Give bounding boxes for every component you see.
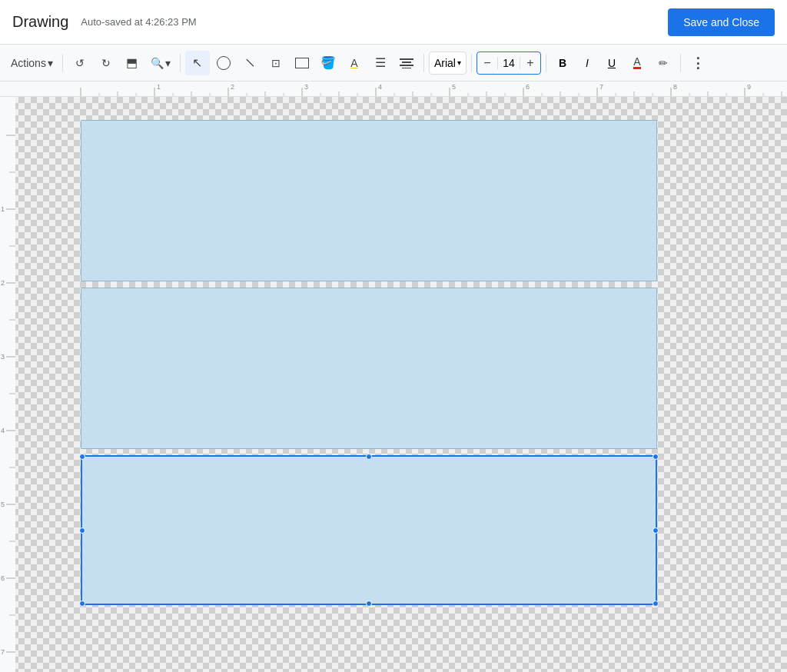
svg-text:4: 4 xyxy=(1,427,5,434)
font-color-button[interactable]: A xyxy=(625,51,649,75)
divider-4 xyxy=(471,54,472,72)
highlight-button[interactable]: A xyxy=(342,51,367,75)
arrange-button[interactable]: ⬒ xyxy=(120,51,144,75)
divider-2 xyxy=(180,54,181,72)
more-align-icon xyxy=(400,58,413,68)
italic-icon: I xyxy=(586,57,589,69)
divider-3 xyxy=(423,54,424,72)
align-button[interactable]: ☰ xyxy=(368,51,393,75)
svg-rect-1 xyxy=(402,62,411,63)
svg-rect-67 xyxy=(0,97,15,672)
actions-dropdown[interactable]: Actions ▾ xyxy=(6,54,58,72)
handle-top-left[interactable] xyxy=(79,454,85,460)
svg-rect-2 xyxy=(400,65,413,66)
svg-text:8: 8 xyxy=(673,83,677,91)
zoom-arrow-icon: ▾ xyxy=(165,57,171,69)
handle-top-middle[interactable] xyxy=(366,454,372,460)
font-select[interactable]: Arial ▾ xyxy=(429,52,467,75)
svg-text:7: 7 xyxy=(1,648,5,656)
undo-button[interactable]: ↺ xyxy=(68,51,92,75)
ruler-svg: 123456789101112 xyxy=(0,82,787,96)
font-size-value[interactable]: 14 xyxy=(497,57,520,69)
svg-text:5: 5 xyxy=(452,83,456,91)
svg-text:4: 4 xyxy=(378,83,382,91)
actions-arrow-icon: ▾ xyxy=(48,57,53,69)
font-arrow-icon: ▾ xyxy=(457,58,461,67)
undo-icon: ↺ xyxy=(75,57,85,69)
svg-rect-5 xyxy=(0,82,787,96)
canvas-area[interactable]: 12345678910 xyxy=(0,97,787,672)
more-align-button[interactable] xyxy=(394,51,419,75)
font-size-increase-button[interactable]: + xyxy=(520,52,540,74)
fill-icon: 🪣 xyxy=(320,55,336,70)
autosave-text: Auto-saved at 4:26:23 PM xyxy=(81,16,196,28)
handle-middle-left[interactable] xyxy=(79,527,85,534)
svg-text:3: 3 xyxy=(1,353,5,361)
rectangle-box-2[interactable] xyxy=(81,288,657,449)
font-size-decrease-button[interactable]: − xyxy=(477,52,497,74)
redo-button[interactable]: ↻ xyxy=(94,51,118,75)
image-crop-icon: ⊡ xyxy=(271,57,281,69)
underline-button[interactable]: U xyxy=(600,52,623,75)
svg-text:1: 1 xyxy=(1,205,5,213)
redo-icon: ↻ xyxy=(101,57,111,69)
horizontal-ruler: 123456789101112 xyxy=(0,82,787,97)
rectangle-box-3-selected[interactable] xyxy=(81,455,657,605)
zoom-icon: 🔍 xyxy=(151,57,164,69)
font-name-label: Arial xyxy=(434,57,456,69)
save-close-button[interactable]: Save and Close xyxy=(668,8,775,36)
drawing-canvas xyxy=(81,120,657,611)
pen-button[interactable]: ✏ xyxy=(651,51,676,75)
font-plus-icon: + xyxy=(526,56,533,70)
handle-bottom-left[interactable] xyxy=(79,600,85,607)
fill-button[interactable]: 🪣 xyxy=(316,51,340,75)
select-tool-button[interactable]: ↖ xyxy=(185,51,210,75)
divider-5 xyxy=(546,54,546,72)
svg-text:9: 9 xyxy=(747,83,751,91)
svg-text:1: 1 xyxy=(157,83,161,91)
vertical-ruler: 12345678910 xyxy=(0,97,15,672)
svg-text:5: 5 xyxy=(1,501,5,508)
font-color-icon: A xyxy=(633,56,640,69)
zoom-dropdown[interactable]: 🔍 ▾ xyxy=(146,54,175,72)
actions-label: Actions xyxy=(11,57,46,69)
shapes-icon xyxy=(217,56,231,70)
image-icon xyxy=(295,58,309,68)
handle-bottom-right[interactable] xyxy=(653,600,659,607)
bold-button[interactable]: B xyxy=(551,52,574,75)
app-title: Drawing xyxy=(12,13,68,31)
more-options-icon: ⋮ xyxy=(691,55,705,72)
vertical-ruler-svg: 12345678910 xyxy=(0,97,15,672)
select-icon: ↖ xyxy=(192,55,202,70)
rectangle-box-1[interactable] xyxy=(81,120,657,281)
header-left: Drawing Auto-saved at 4:26:23 PM xyxy=(12,13,197,31)
handle-top-right[interactable] xyxy=(653,454,659,460)
svg-text:6: 6 xyxy=(526,83,530,91)
toolbar: Actions ▾ ↺ ↻ ⬒ 🔍 ▾ ↖ ─ ⊡ 🪣 A xyxy=(0,45,787,82)
bold-icon: B xyxy=(559,57,566,69)
image-button[interactable] xyxy=(290,51,314,75)
header: Drawing Auto-saved at 4:26:23 PM Save an… xyxy=(0,0,787,45)
more-options-button[interactable]: ⋮ xyxy=(686,51,710,75)
image-crop-button[interactable]: ⊡ xyxy=(264,51,288,75)
divider-6 xyxy=(680,54,681,72)
shapes-button[interactable] xyxy=(211,51,236,75)
svg-text:7: 7 xyxy=(599,83,603,91)
line-icon: ─ xyxy=(241,54,259,72)
pen-icon: ✏ xyxy=(659,57,668,69)
line-button[interactable]: ─ xyxy=(237,51,262,75)
handle-middle-right[interactable] xyxy=(653,527,659,534)
drawing-surface[interactable] xyxy=(15,97,787,672)
handle-bottom-middle[interactable] xyxy=(366,600,372,607)
divider-1 xyxy=(62,54,63,72)
svg-text:2: 2 xyxy=(1,279,5,287)
italic-button[interactable]: I xyxy=(576,52,599,75)
svg-rect-0 xyxy=(400,58,413,60)
highlight-icon: A xyxy=(350,57,357,69)
svg-text:3: 3 xyxy=(304,83,308,91)
underline-icon: U xyxy=(608,57,616,69)
font-size-control: − 14 + xyxy=(477,52,541,75)
svg-text:6: 6 xyxy=(1,574,5,582)
svg-text:2: 2 xyxy=(231,83,234,91)
arrange-icon: ⬒ xyxy=(126,55,138,70)
